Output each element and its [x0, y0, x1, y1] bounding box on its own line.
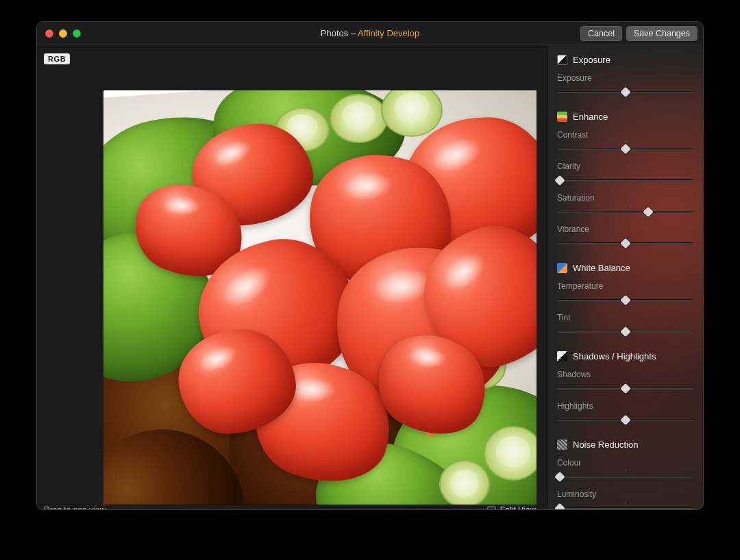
titlebar-actions: Cancel Save Changes	[580, 26, 698, 41]
zoom-icon[interactable]	[73, 29, 81, 38]
slider-label: Luminosity	[557, 489, 693, 499]
section-title: White Balance	[573, 263, 630, 273]
noise_reduction-icon	[557, 440, 567, 450]
slider-label: Contrast	[557, 130, 693, 140]
pixel-format-badge: RGB	[44, 53, 70, 64]
exposure-icon	[557, 55, 567, 65]
section-shadows_highlights: Shadows / HighlightsShadowsHighlights	[557, 351, 693, 424]
slider-track[interactable]	[557, 472, 693, 481]
split-view-toggle[interactable]: Split View	[487, 505, 536, 510]
develop-panel: ExposureExposureEnhanceContrastClaritySa…	[547, 45, 703, 509]
slider-label: Saturation	[557, 193, 693, 203]
slider-thumb[interactable]	[554, 502, 565, 509]
slider-clarity: Clarity	[557, 162, 693, 185]
slider-track[interactable]	[557, 503, 693, 509]
section-title: Noise Reduction	[573, 440, 638, 450]
minimize-icon[interactable]	[59, 29, 67, 38]
slider-track[interactable]	[557, 87, 693, 97]
shadows_highlights-icon	[557, 351, 567, 361]
slider-label: Shadows	[557, 370, 693, 379]
slider-label: Exposure	[557, 73, 693, 83]
slider-label: Vibrance	[557, 225, 693, 234]
checkbox-icon	[487, 506, 496, 511]
slider-colour: Colour	[557, 458, 693, 481]
slider-thumb[interactable]	[620, 294, 631, 305]
slider-thumb[interactable]	[620, 383, 631, 394]
section-header-noise_reduction[interactable]: Noise Reduction	[557, 440, 693, 450]
slider-vibrance: Vibrance	[557, 225, 693, 248]
section-title: Shadows / Highlights	[573, 351, 656, 361]
slider-thumb[interactable]	[643, 206, 654, 217]
slider-saturation: Saturation	[557, 193, 693, 216]
slider-thumb[interactable]	[554, 175, 565, 186]
canvas-footer: Drag to pan view. Split View	[37, 505, 547, 510]
cancel-button[interactable]: Cancel	[580, 26, 622, 41]
slider-contrast: Contrast	[557, 130, 693, 153]
pan-hint: Drag to pan view.	[44, 505, 108, 510]
slider-highlights: Highlights	[557, 401, 693, 424]
white_balance-icon	[557, 263, 567, 273]
section-header-exposure[interactable]: Exposure	[557, 55, 693, 65]
slider-label: Highlights	[557, 401, 693, 411]
save-button[interactable]: Save Changes	[626, 26, 698, 41]
slider-label: Tint	[557, 313, 693, 322]
slider-track[interactable]	[557, 383, 693, 393]
section-header-shadows_highlights[interactable]: Shadows / Highlights	[557, 351, 693, 361]
slider-track[interactable]	[557, 144, 693, 153]
section-title: Enhance	[573, 112, 608, 122]
title-app: Photos	[321, 28, 348, 38]
slider-tint: Tint	[557, 313, 693, 336]
slider-thumb[interactable]	[620, 86, 631, 97]
split-view-label: Split View	[500, 505, 536, 510]
photo-preview	[103, 90, 536, 505]
slider-thumb[interactable]	[620, 414, 631, 425]
image-viewport[interactable]	[37, 45, 547, 505]
slider-label: Colour	[557, 458, 693, 468]
slider-track[interactable]	[557, 207, 693, 216]
window-controls	[37, 29, 81, 38]
slider-track[interactable]	[557, 175, 693, 185]
dialog-body: RGB	[37, 45, 703, 509]
section-white_balance: White BalanceTemperatureTint	[557, 263, 693, 336]
title-context: Affinity Develop	[358, 28, 419, 38]
slider-shadows: Shadows	[557, 370, 693, 393]
close-icon[interactable]	[45, 29, 53, 38]
section-header-enhance[interactable]: Enhance	[557, 112, 693, 122]
section-header-white_balance[interactable]: White Balance	[557, 263, 693, 273]
slider-temperature: Temperature	[557, 281, 693, 305]
slider-exposure: Exposure	[557, 73, 693, 97]
titlebar: Photos – Affinity Develop Cancel Save Ch…	[37, 22, 703, 45]
slider-track[interactable]	[557, 238, 693, 248]
slider-luminosity: Luminosity	[557, 489, 693, 509]
section-exposure: ExposureExposure	[557, 55, 693, 97]
slider-thumb[interactable]	[620, 143, 631, 154]
slider-track[interactable]	[557, 295, 693, 305]
section-noise_reduction: Noise ReductionColourLuminosity	[557, 440, 693, 509]
title-separator: –	[348, 28, 358, 38]
slider-track[interactable]	[557, 415, 693, 424]
dialog-window: Photos – Affinity Develop Cancel Save Ch…	[36, 21, 704, 510]
section-enhance: EnhanceContrastClaritySaturationVibrance	[557, 112, 693, 248]
slider-label: Clarity	[557, 162, 693, 171]
slider-thumb[interactable]	[620, 326, 631, 337]
canvas-area: RGB	[37, 45, 547, 509]
slider-label: Temperature	[557, 281, 693, 291]
slider-thumb[interactable]	[620, 238, 631, 249]
slider-track[interactable]	[557, 327, 693, 336]
section-title: Exposure	[573, 55, 610, 65]
slider-thumb[interactable]	[554, 471, 565, 482]
enhance-icon	[557, 112, 567, 122]
